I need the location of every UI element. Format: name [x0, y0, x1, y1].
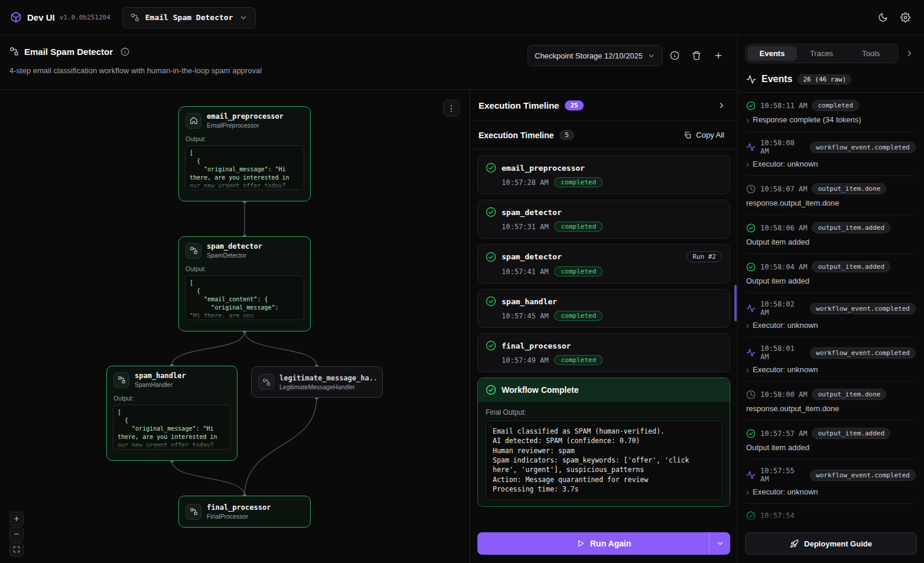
page-title: Email Spam Detector	[24, 47, 113, 57]
tab-traces[interactable]: Traces	[797, 46, 847, 61]
expand-chevron-icon: ›	[746, 487, 749, 496]
event-detail: Executor: unknown	[753, 365, 818, 374]
check-circle-icon	[746, 101, 756, 110]
check-circle-icon	[486, 340, 496, 351]
tab-tools[interactable]: Tools	[846, 46, 896, 61]
timeline-footer: Run Again	[470, 526, 737, 563]
event-item[interactable]: 10:58:06 AM output_item.added Output ite…	[746, 215, 916, 254]
status-badge: completed	[554, 222, 603, 232]
event-item[interactable]: 10:57:55 AM workflow_event.completed › E…	[746, 460, 916, 504]
event-time: 10:58:01 AM	[760, 344, 805, 361]
scrollbar-thumb[interactable]	[734, 285, 737, 321]
info-icon	[121, 47, 129, 56]
node-spam-detector[interactable]: spam_detector SpamDetector Output: [ { "…	[178, 236, 311, 331]
events-count-badge: 26 (46 raw)	[798, 74, 851, 84]
deployment-guide-label: Deployment Guide	[804, 539, 872, 548]
expand-chevron-icon: ›	[746, 160, 749, 168]
checkpoint-selector[interactable]: Checkpoint Storage 12/10/2025, 10:5	[528, 45, 662, 66]
event-item[interactable]: 10:58:00 AM output_item.done response.ou…	[746, 382, 916, 421]
event-item[interactable]: 10:58:02 AM workflow_event.completed › E…	[746, 293, 916, 337]
canvas-menu-button[interactable]: ⋮	[443, 100, 460, 116]
event-type-badge: workflow_event.completed	[810, 142, 916, 153]
event-item[interactable]: 10:57:54	[746, 504, 916, 526]
timeline-item[interactable]: spam_detector 10:57:31 AM completed	[477, 200, 730, 239]
timeline-item[interactable]: spam_handler 10:57:45 AM completed	[477, 289, 730, 328]
event-detail: response.output_item.done	[746, 198, 840, 207]
new-checkpoint-button[interactable]	[709, 46, 728, 65]
moon-icon	[878, 12, 888, 22]
timeline-item[interactable]: spam_detector Run #2 10:57:41 AM complet…	[477, 244, 730, 284]
workflow-info-button[interactable]	[118, 45, 131, 58]
workflow-canvas[interactable]: email_preprocessor EmailPreprocessor Out…	[0, 90, 470, 563]
node-final-processor[interactable]: final_processor FinalProcessor	[178, 496, 311, 528]
theme-toggle-button[interactable]	[873, 8, 892, 27]
event-time: 10:58:06 AM	[760, 224, 807, 232]
clock-icon	[746, 184, 756, 194]
node-email-preprocessor[interactable]: email_preprocessor EmailPreprocessor Out…	[178, 106, 311, 201]
event-time: 10:58:08 AM	[760, 139, 805, 155]
timeline-item-time: 10:57:49 AM	[502, 356, 548, 365]
event-detail: Output item added	[746, 443, 809, 452]
fit-view-button[interactable]	[9, 542, 24, 557]
check-circle-icon	[486, 207, 496, 217]
timeline-item-name: spam_detector	[502, 208, 562, 217]
timeline-item-name: spam_detector	[502, 252, 562, 261]
event-item[interactable]: 10:58:01 AM workflow_event.completed › E…	[746, 337, 916, 382]
copy-all-button[interactable]: Copy All	[679, 128, 729, 142]
event-time: 10:57:54	[760, 512, 795, 520]
zoom-out-button[interactable]	[9, 527, 24, 541]
event-time: 10:58:04 AM	[760, 263, 807, 271]
run-again-dropdown[interactable]	[709, 532, 730, 555]
run-again-button[interactable]: Run Again	[477, 532, 730, 555]
chevron-right-icon	[717, 101, 726, 110]
page-subtitle: 4-step email classification workflow wit…	[9, 66, 262, 75]
maximize-icon	[13, 546, 20, 553]
workflow-selector[interactable]: Email Spam Detector	[122, 7, 256, 28]
app-logo-icon	[9, 11, 22, 24]
final-output-label: Final Output:	[486, 408, 722, 416]
workflow-section: Email Spam Detector 4-step email classif…	[0, 35, 737, 563]
timeline-item-time: 10:57:28 AM	[502, 178, 548, 187]
timeline-item[interactable]: final_processor 10:57:49 AM completed	[477, 333, 730, 372]
tab-events[interactable]: Events	[747, 46, 797, 61]
activity-icon	[746, 142, 756, 152]
settings-button[interactable]	[896, 8, 915, 27]
content-row: email_preprocessor EmailPreprocessor Out…	[0, 90, 737, 563]
node-title: spam_detector	[207, 242, 262, 250]
node-output-code: [ { "original_message": "Hi there, are y…	[185, 145, 304, 190]
timeline-item[interactable]: email_preprocessor 10:57:28 AM completed	[477, 155, 730, 194]
timeline-panel-header: Execution Timeline 25	[470, 90, 737, 121]
zoom-in-button[interactable]	[9, 512, 24, 526]
timeline-count-badge: 25	[565, 100, 583, 110]
run-number-badge: Run #2	[687, 251, 722, 262]
expand-chevron-icon: ›	[746, 321, 749, 330]
play-icon	[577, 539, 585, 548]
node-output-label: Output:	[107, 393, 237, 405]
chevron-right-icon	[905, 49, 914, 58]
workflow-icon	[186, 504, 201, 520]
deployment-guide-button[interactable]: Deployment Guide	[745, 532, 917, 555]
node-title: legitimate_message_ha...	[279, 374, 376, 382]
panel-tabs-row: Events Traces Tools	[738, 35, 924, 68]
node-output-code: [ { "original_message": "Hi there, are y…	[113, 405, 231, 450]
event-detail: Executor: unknown	[753, 487, 818, 496]
event-item[interactable]: 10:58:11 AM completed › Response complet…	[746, 93, 916, 132]
timeline-item-time: 10:57:45 AM	[502, 312, 548, 320]
check-circle-icon	[746, 262, 756, 272]
status-badge: completed	[554, 355, 603, 365]
node-legitimate-message-handler[interactable]: legitimate_message_ha... LegitimateMessa…	[251, 366, 383, 398]
event-type-badge: workflow_event.completed	[810, 470, 916, 481]
checkpoint-info-button[interactable]	[665, 46, 684, 65]
app-name: Dev UI	[27, 12, 55, 22]
event-time: 10:58:07 AM	[760, 185, 807, 193]
event-time: 10:58:11 AM	[760, 102, 807, 110]
collapse-timeline-button[interactable]	[714, 97, 729, 113]
house-icon	[186, 113, 201, 129]
collapse-panel-button[interactable]	[902, 46, 917, 61]
event-item[interactable]: 10:58:07 AM output_item.done response.ou…	[746, 176, 916, 215]
event-item[interactable]: 10:57:57 AM output_item.added Output ite…	[746, 421, 916, 460]
event-item[interactable]: 10:58:04 AM output_item.added Output ite…	[746, 254, 916, 293]
node-spam-handler[interactable]: spam_handler SpamHandler Output: [ { "or…	[106, 366, 237, 461]
event-item[interactable]: 10:58:08 AM workflow_event.completed › E…	[746, 132, 916, 176]
delete-checkpoint-button[interactable]	[687, 46, 706, 65]
